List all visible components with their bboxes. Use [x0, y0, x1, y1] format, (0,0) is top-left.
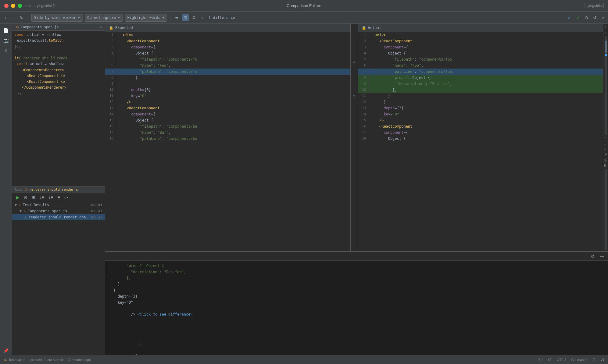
actual-content[interactable]: 1 <div> 2 <ReactComponent 3 c — [358, 32, 603, 251]
close-button[interactable] — [4, 4, 9, 8]
status-settings-icon[interactable]: ⚙ — [592, 358, 595, 362]
check-blue-button[interactable]: ✓ — [566, 14, 573, 21]
circle-icon[interactable]: ◎ — [2, 46, 10, 54]
status-line-ending[interactable]: LF — [548, 358, 552, 362]
diff-line: 14 component={ — [105, 111, 350, 117]
minimize-button[interactable] — [11, 4, 15, 8]
run-icon: ⬡ — [25, 188, 28, 192]
output-line-7: key="0" — [105, 300, 608, 306]
code-line — [12, 97, 105, 102]
diff-line: 3 component={ — [105, 44, 350, 50]
edit-icon: ✎ — [20, 15, 23, 20]
check-green-button[interactable]: ✓ — [574, 14, 581, 21]
click-to-see-diff-link[interactable]: <Click to see difference> — [138, 312, 193, 316]
main-layout: 📄 📷 ◎ 📌 JS Components.spec.js ✕ const ac… — [0, 24, 608, 355]
diff-line: 5 "filepath": "components/foo. — [358, 56, 603, 62]
ignore-label: Do not ignore — [88, 16, 116, 20]
diff-line-added-1: 8 "props": Object { — [358, 75, 603, 81]
play-button[interactable]: ▶ — [15, 194, 21, 200]
status-bar: ⚠ Tests failed: 1, passed: 0, not starte… — [0, 355, 608, 364]
output-numbered-37: 37 | ); — [105, 336, 608, 355]
nav-down-button[interactable]: ↓ — [10, 14, 16, 21]
viewer-select[interactable]: Side-by-side viewer ▾ — [31, 14, 83, 22]
scroll-up-button[interactable]: ↑ — [605, 25, 607, 29]
collapse-arrow-icon: ▼ — [15, 203, 17, 207]
scrollbar-thumb[interactable] — [605, 41, 607, 53]
output-line-5: } — [105, 288, 608, 294]
diff-line: 5 "filepath": "components/fo — [105, 56, 350, 62]
output-spacer-2 — [105, 330, 608, 336]
gear-icon: ⚙ — [192, 15, 196, 20]
diff-line: 12 /> — [105, 99, 350, 105]
scroll-down-button[interactable]: ↓ — [605, 30, 607, 35]
sort-button[interactable]: ↓≡ — [38, 194, 46, 200]
nav-up-button[interactable]: ↑ — [2, 14, 8, 21]
edit-button[interactable]: ✎ — [18, 14, 25, 21]
diff-panels: 🔒 Expected 1 <div> 2 <ReactComponent — [105, 24, 608, 251]
chevron-down-icon-2: ▾ — [118, 16, 120, 20]
file-icon[interactable]: 📄 — [2, 26, 10, 35]
diff-area: 🔒 Expected 1 <div> 2 <ReactComponent — [105, 24, 608, 355]
test-result-label: Test Results — [23, 203, 88, 207]
window-controls — [4, 4, 22, 8]
expected-panel: 🔒 Expected 1 <div> 2 <ReactComponent — [105, 24, 351, 251]
code-line: <ComponentsRenderer> — [12, 67, 105, 73]
diff-indicator — [605, 54, 607, 56]
code-line: expect(actual).toMatch — [12, 38, 105, 44]
warning-icon-2: ⚠ — [23, 209, 26, 213]
sidebar-code-area: const actual = shallow expect(actual).to… — [12, 31, 105, 186]
align-button[interactable]: ≡ — [56, 194, 61, 200]
sort2-button[interactable]: ↓≡ — [47, 194, 55, 200]
chevron-down-icon-3: ▾ — [162, 16, 164, 20]
status-encoding[interactable]: UTF-8 — [557, 358, 566, 362]
actual-panel: 🔒 Actual 1 <div> 2 <ReactComponent — [358, 24, 603, 251]
highlight-select[interactable]: Highlight words ▾ — [125, 14, 167, 22]
viewer-label: Side-by-side viewer — [34, 16, 76, 20]
diff-line-highlighted: 7 "pathLine": "components/fo — [105, 69, 350, 75]
diff-line-highlighted-blue: 7 | "pathLine": "components/foo. — [358, 69, 603, 75]
test-result-group[interactable]: ▼ ⚠ Test Results 180 ms — [12, 202, 105, 208]
status-message: Tests failed: 1, passed: 0, not started:… — [9, 358, 91, 362]
diff-line: 6 "name": "Foo", — [358, 62, 603, 69]
expected-header: 🔒 Expected — [105, 24, 350, 32]
diff-line: 17 "name": "Bar", — [105, 129, 350, 136]
maximize-button[interactable] — [18, 4, 22, 8]
search-button[interactable]: ⌕ — [600, 14, 606, 21]
collapse-arrow-icon-2: ▼ — [20, 209, 22, 213]
file-tab: JS Components.spec.js ✕ — [12, 24, 105, 31]
refresh-button[interactable]: ↺ — [592, 14, 598, 21]
code-line: const actual = shallow — [12, 32, 105, 38]
status-git[interactable]: Git: master — [571, 358, 588, 362]
output-minimize-button[interactable]: — — [598, 253, 606, 259]
sync-scroll-button[interactable]: ⇔ — [173, 14, 180, 21]
side-by-side-button[interactable]: ⊞ — [182, 14, 189, 21]
pin-icon[interactable]: 📌 — [2, 346, 10, 355]
diff-line: 11 } — [358, 93, 603, 99]
right-title: [styleguidist] — [584, 4, 604, 8]
test-result-case[interactable]: ⚠ renderer should render component 180 m… — [12, 214, 105, 220]
camera-icon[interactable]: 📷 — [2, 36, 10, 44]
ignore-select[interactable]: Do not ignore ▾ — [85, 14, 123, 22]
expected-content[interactable]: 1 <div> 2 <ReactComponent 3 c — [105, 32, 350, 251]
code-line — [12, 50, 105, 55]
diff-line: 17 component={ — [358, 129, 603, 136]
stop-button[interactable]: ⊙ — [22, 194, 29, 200]
test-result-file[interactable]: ▼ ⚠ Components.spec.js 180 ms — [12, 208, 105, 214]
diff-marker-top: ◇ — [351, 60, 358, 64]
highlight-label: Highlight words — [127, 16, 160, 20]
status-git-icon[interactable]: ⎇ — [600, 358, 604, 362]
lock-icon: 🔒 — [109, 26, 113, 30]
diff-line: 12 } — [358, 99, 603, 105]
output-settings-button[interactable]: ⚙ — [589, 253, 596, 259]
diff-output-toolbar: ⚙ — — [105, 252, 608, 261]
file-tab-close-button[interactable]: ✕ — [100, 25, 102, 29]
rerun-button[interactable]: ⊞ — [30, 194, 37, 200]
actual-title: Actual — [368, 26, 381, 30]
diff-line: 18 Object { — [358, 136, 603, 142]
more-button[interactable]: » — [199, 14, 206, 21]
clock-button[interactable]: ⊙ — [583, 14, 590, 21]
status-position[interactable]: 7:1 — [538, 358, 543, 362]
diff-line: 10 depth={3} — [105, 87, 350, 93]
align2-button[interactable]: ⇔ — [63, 194, 70, 200]
settings-button[interactable]: ⚙ — [191, 14, 198, 21]
